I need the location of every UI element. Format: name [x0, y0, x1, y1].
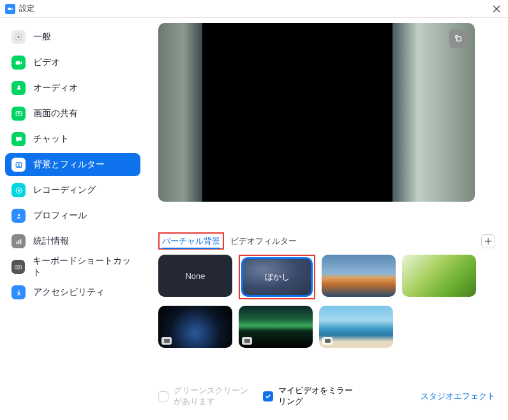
svg-rect-11 — [20, 239, 21, 244]
accessibility-icon — [11, 285, 26, 299]
sidebar-item-label: 統計情報 — [33, 236, 69, 247]
sidebar-item-label: プロフィール — [33, 210, 87, 221]
sidebar-item-keyboard[interactable]: キーボードショートカット — [5, 255, 140, 278]
rotate-icon[interactable] — [449, 29, 468, 49]
thumb-none[interactable]: None — [158, 255, 232, 297]
svg-point-13 — [18, 289, 19, 290]
thumb-label: ぼかし — [265, 271, 290, 283]
sidebar-item-label: 画面の共有 — [33, 108, 78, 119]
close-button[interactable] — [490, 3, 503, 15]
checkbox-label: グリーンスクリーンがあります — [174, 386, 250, 407]
sidebar-item-profile[interactable]: プロフィール — [5, 204, 140, 227]
thumb-aurora[interactable] — [239, 306, 313, 348]
background-icon — [11, 158, 26, 172]
sidebar-item-label: オーディオ — [33, 82, 78, 94]
profile-icon — [11, 209, 26, 223]
svg-rect-10 — [18, 240, 19, 244]
tab-video-filter[interactable]: ビデオフィルター — [230, 236, 297, 247]
sidebar-item-label: キーボードショートカット — [33, 255, 134, 278]
tabs-row: バーチャル背景 ビデオフィルター — [158, 232, 495, 250]
svg-point-7 — [17, 189, 19, 191]
svg-rect-12 — [15, 265, 22, 268]
sidebar-item-general[interactable]: 一般 — [5, 26, 140, 49]
sidebar-item-accessibility[interactable]: アクセシビリティ — [5, 281, 140, 304]
svg-rect-0 — [8, 7, 11, 10]
checkbox-label: マイビデオをミラーリング — [278, 386, 355, 407]
sidebar: 一般 ビデオ オーディオ 画面の共有 チャット — [0, 18, 146, 420]
thumb-beach[interactable] — [319, 306, 393, 348]
chat-icon — [11, 132, 26, 146]
svg-point-5 — [18, 163, 19, 165]
svg-rect-9 — [16, 241, 17, 244]
green-screen-checkbox[interactable]: グリーンスクリーンがあります — [158, 386, 250, 407]
gear-icon — [11, 30, 26, 44]
video-badge-icon — [242, 337, 252, 345]
annotation-highlight-blur: ぼかし — [239, 255, 315, 299]
audio-icon — [11, 81, 26, 95]
svg-rect-14 — [457, 37, 461, 41]
tab-virtual-background[interactable]: バーチャル背景 — [162, 236, 220, 249]
sidebar-item-label: 背景とフィルター — [33, 159, 105, 170]
titlebar: 設定 — [0, 0, 508, 18]
sidebar-item-background[interactable]: 背景とフィルター — [5, 153, 140, 176]
stats-icon — [11, 234, 26, 248]
thumb-label: None — [185, 271, 205, 281]
sidebar-item-label: ビデオ — [33, 57, 60, 68]
sidebar-item-recording[interactable]: レコーディング — [5, 179, 140, 202]
sidebar-item-chat[interactable]: チャット — [5, 128, 140, 151]
thumb-earth[interactable] — [158, 306, 232, 348]
svg-rect-2 — [15, 61, 20, 64]
sidebar-item-label: レコーディング — [33, 184, 96, 196]
record-icon — [11, 183, 26, 197]
sidebar-item-share[interactable]: 画面の共有 — [5, 102, 140, 125]
window-title: 設定 — [19, 3, 34, 14]
main: 一般 ビデオ オーディオ 画面の共有 チャット — [0, 18, 508, 420]
svg-point-1 — [17, 36, 20, 38]
keyboard-icon — [11, 260, 25, 274]
share-icon — [11, 107, 26, 121]
background-thumbnails: None ぼかし — [158, 255, 495, 348]
thumb-grass[interactable] — [402, 255, 476, 297]
sidebar-item-label: チャット — [33, 133, 69, 145]
video-badge-icon — [161, 337, 172, 345]
annotation-highlight: バーチャル背景 — [158, 232, 224, 250]
sidebar-item-label: 一般 — [33, 31, 51, 43]
checkbox-checked-icon — [263, 391, 273, 401]
checkbox-unchecked-icon — [158, 391, 168, 401]
add-background-button[interactable] — [481, 234, 495, 248]
thumb-bridge[interactable] — [322, 255, 396, 297]
options-row: グリーンスクリーンがあります マイビデオをミラーリング スタジオエフェクト — [158, 386, 495, 407]
video-icon — [11, 56, 26, 70]
thumb-blur[interactable]: ぼかし — [241, 257, 313, 297]
video-badge-icon — [322, 337, 332, 345]
sidebar-item-stats[interactable]: 統計情報 — [5, 230, 140, 253]
sidebar-item-label: アクセシビリティ — [33, 287, 105, 298]
video-preview — [158, 23, 475, 202]
mirror-video-checkbox[interactable]: マイビデオをミラーリング — [263, 386, 355, 407]
content: バーチャル背景 ビデオフィルター None ぼかし — [146, 18, 508, 420]
app-icon — [5, 4, 15, 14]
sidebar-item-video[interactable]: ビデオ — [5, 51, 140, 74]
svg-point-8 — [17, 214, 19, 216]
sidebar-item-audio[interactable]: オーディオ — [5, 77, 140, 100]
studio-effects-link[interactable]: スタジオエフェクト — [421, 391, 495, 402]
